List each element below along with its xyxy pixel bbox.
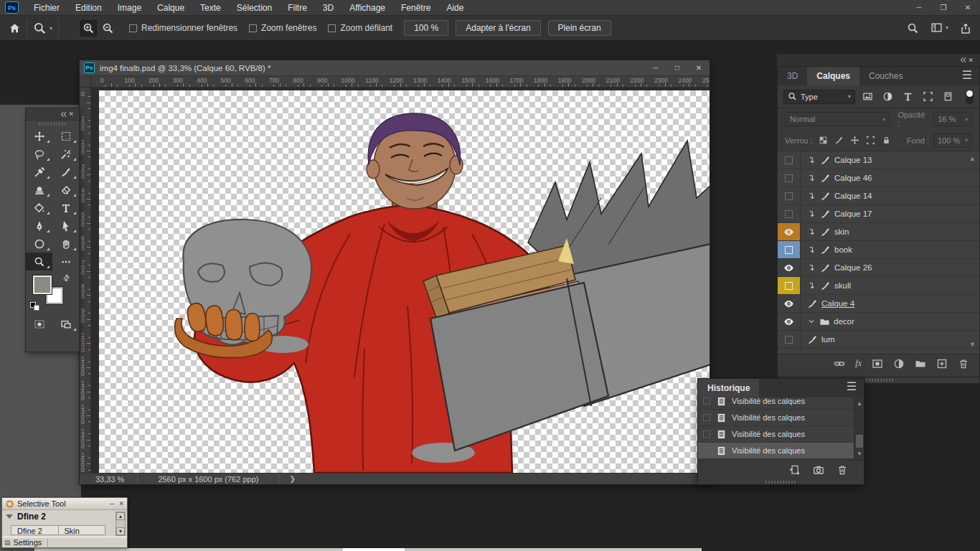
app-restore-button[interactable]: ❐ (931, 0, 956, 16)
menu-image[interactable]: Image (110, 0, 149, 15)
hand-tool[interactable] (52, 235, 79, 253)
layer-filter-type-select[interactable]: Type ▾ (783, 90, 855, 104)
layer-row-book[interactable]: book (778, 241, 979, 259)
status-chevron-icon[interactable]: ❯ (289, 475, 295, 483)
settings-menu-icon[interactable]: ▤ (4, 539, 11, 546)
app-minimize-button[interactable]: ─ (907, 0, 931, 16)
layer-visibility-eye-icon[interactable] (778, 313, 801, 330)
tab-historique[interactable]: Historique (698, 379, 759, 397)
tab-calques[interactable]: Calques (807, 67, 859, 85)
layer-name[interactable]: lum (821, 335, 835, 344)
eraser-tool[interactable] (52, 181, 79, 199)
history-state-row[interactable]: Visibilité des calques (698, 426, 864, 443)
checkbox-zoom-windows[interactable]: Zoom fenêtres (249, 23, 316, 33)
ruler-corner[interactable] (80, 76, 91, 88)
layer-name[interactable]: Calque 14 (834, 192, 872, 200)
layer-row-calque-46[interactable]: Calque 46 (778, 169, 979, 187)
new-group-icon[interactable] (915, 358, 926, 369)
layer-visibility-eye-icon[interactable] (778, 259, 801, 276)
layer-name[interactable]: Calque 46 (834, 174, 872, 182)
screen-mode-button[interactable] (52, 315, 79, 333)
menu-sélection[interactable]: Sélection (229, 0, 280, 15)
foreground-color-swatch[interactable] (32, 275, 52, 295)
document-titlebar[interactable]: Ps img4 finalb.psd @ 33,3% (Calque 60, R… (80, 60, 710, 76)
link-layers-icon[interactable] (834, 358, 845, 369)
zoom-tool[interactable] (26, 253, 52, 270)
status-zoom-value[interactable]: 33,33 % (95, 475, 124, 484)
selective-button-skin[interactable]: Skin (58, 525, 106, 535)
tab-3d[interactable]: 3D (778, 67, 807, 85)
filter-toggle[interactable] (966, 90, 974, 104)
filter-type-layers-icon[interactable] (903, 91, 913, 102)
lock-pixels-icon[interactable] (834, 136, 844, 145)
menu-edition[interactable]: Edition (67, 0, 110, 15)
more-tools[interactable] (52, 253, 79, 270)
selective-tool-titlebar[interactable]: Selective Tool ─ ✕ (2, 498, 127, 510)
move-tool[interactable] (26, 127, 52, 145)
layer-name[interactable]: Calque 17 (834, 209, 872, 218)
filter-adjustment-layers-icon[interactable] (882, 91, 893, 102)
new-document-from-state-icon[interactable] (789, 464, 801, 476)
layer-row-calque-4[interactable]: Calque 4 (778, 295, 979, 313)
search-icon[interactable] (907, 22, 919, 34)
delete-layer-icon[interactable] (958, 358, 969, 369)
layer-name[interactable]: Calque 13 (834, 156, 872, 164)
fit-screen-button[interactable]: Adapter à l'écran (456, 20, 540, 36)
group-expand-icon[interactable] (807, 317, 816, 326)
panel-menu-icon[interactable]: ☰ (847, 380, 857, 393)
quick-mask-button[interactable] (26, 315, 52, 333)
settings-label[interactable]: Settings (14, 538, 42, 547)
workspace-icon[interactable]: ▾ (930, 22, 948, 34)
layer-row-skull[interactable]: skull (778, 277, 979, 295)
checkbox-scrubby-zoom[interactable]: Zoom défilant (328, 23, 392, 33)
menu-3d[interactable]: 3D (315, 0, 341, 15)
history-source-checkbox[interactable] (703, 430, 710, 438)
layer-row-partial[interactable] (778, 349, 979, 354)
close-dock-icon[interactable]: ✕ (968, 57, 974, 64)
adjustment-layer-icon[interactable] (893, 358, 905, 369)
share-icon[interactable] (960, 22, 971, 34)
filter-pixel-layers-icon[interactable] (862, 91, 873, 102)
layer-row-calque-17[interactable]: Calque 17 (778, 205, 979, 223)
doc-close-button[interactable]: ✕ (688, 60, 710, 76)
history-scrollbar[interactable]: ▲ ▼ (854, 397, 864, 460)
zoom-in-button[interactable] (80, 20, 97, 37)
delete-state-icon[interactable] (837, 464, 848, 476)
zoom-out-button[interactable] (100, 20, 116, 37)
layer-visibility-toggle[interactable] (778, 241, 801, 258)
menu-aide[interactable]: Aide (438, 0, 471, 15)
swap-colors-icon[interactable]: ⇄ (61, 273, 72, 284)
opacity-select[interactable]: 16 % ▾ (933, 112, 972, 126)
layer-visibility-toggle[interactable] (778, 169, 801, 187)
direct-selection-tool[interactable] (52, 217, 79, 235)
zoom-100-button[interactable]: 100 % (404, 20, 448, 36)
scroll-up-icon[interactable]: ▲ (854, 400, 864, 407)
layer-name[interactable]: book (834, 245, 852, 254)
new-snapshot-icon[interactable] (813, 464, 824, 476)
menu-texte[interactable]: Texte (192, 0, 229, 15)
checkbox-resize-windows[interactable]: Redimensionner fenêtres (129, 23, 237, 33)
marquee-tool[interactable] (52, 127, 79, 145)
selective-scrollbar[interactable]: ▲ ▼ (116, 512, 126, 536)
layer-name[interactable]: skull (834, 281, 851, 290)
scroll-up-icon[interactable]: ▲ (969, 155, 976, 162)
filter-smart-object-icon[interactable] (943, 91, 953, 102)
pen-tool[interactable] (26, 217, 52, 235)
lasso-tool[interactable] (26, 145, 52, 163)
doc-minimize-button[interactable]: ─ (645, 60, 666, 76)
canvas-viewport[interactable] (91, 88, 710, 473)
canvas[interactable] (99, 90, 710, 473)
vertical-ruler[interactable]: 0100200300400500600700800900100011001200… (80, 88, 91, 473)
ellipse-tool[interactable] (26, 235, 52, 253)
layer-row-decor[interactable]: decor (778, 313, 979, 331)
history-source-checkbox[interactable] (703, 414, 710, 421)
panel-menu-icon[interactable]: ☰ (962, 68, 972, 82)
layer-row-skin[interactable]: skin (778, 223, 979, 241)
menu-fenêtre[interactable]: Fenêtre (393, 0, 438, 15)
filter-shape-layers-icon[interactable] (923, 91, 933, 102)
history-state-row[interactable]: Visibilité des calques (698, 443, 864, 459)
lock-transparency-icon[interactable] (819, 136, 828, 145)
lock-artboard-icon[interactable] (866, 136, 875, 145)
lock-all-icon[interactable] (882, 136, 891, 145)
close-panel-icon[interactable]: ✕ (68, 110, 74, 118)
